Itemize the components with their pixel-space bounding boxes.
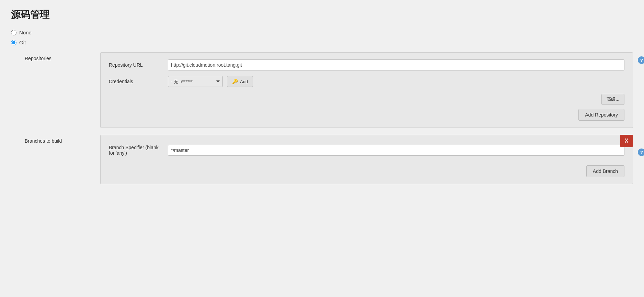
repo-url-input[interactable] bbox=[168, 59, 624, 70]
branch-specifier-label: Branch Specifier (blank for 'any') bbox=[109, 145, 164, 156]
delete-branch-button[interactable]: X bbox=[620, 135, 633, 147]
radio-none-label: None bbox=[19, 30, 32, 35]
credentials-label: Credentials bbox=[109, 79, 164, 84]
branch-specifier-row: Branch Specifier (blank for 'any') bbox=[109, 145, 624, 156]
branches-label: Branches to build bbox=[25, 135, 100, 144]
branches-section-row: Branches to build X Branch Specifier (bl… bbox=[11, 135, 633, 184]
repositories-section-row: Repositories Repository URL Credentials … bbox=[11, 52, 633, 128]
branch-actions: Add Branch bbox=[109, 161, 624, 177]
scm-radio-group: None Git bbox=[11, 30, 633, 45]
page-title: 源码管理 bbox=[11, 8, 633, 21]
repo-url-row: Repository URL bbox=[109, 59, 624, 70]
add-credentials-label: Add bbox=[240, 79, 248, 84]
repositories-content-wrapper: Repository URL Credentials - 无 -/****** … bbox=[100, 52, 633, 128]
branches-content: X Branch Specifier (blank for 'any') Add… bbox=[100, 135, 633, 184]
add-branch-button[interactable]: Add Branch bbox=[586, 165, 624, 177]
radio-git-label: Git bbox=[19, 40, 26, 45]
repositories-help-icon[interactable]: ? bbox=[638, 56, 644, 64]
add-repository-button[interactable]: Add Repository bbox=[578, 109, 624, 121]
radio-git-input[interactable] bbox=[11, 40, 16, 45]
repositories-content: Repository URL Credentials - 无 -/****** … bbox=[100, 52, 633, 128]
key-icon: 🔑 bbox=[232, 79, 238, 84]
repositories-label: Repositories bbox=[25, 52, 100, 61]
repo-url-label: Repository URL bbox=[109, 62, 164, 68]
branch-specifier-input[interactable] bbox=[168, 145, 624, 156]
radio-git[interactable]: Git bbox=[11, 40, 633, 45]
repo-add-actions: Add Repository bbox=[109, 105, 624, 121]
branches-help-icon[interactable]: ? bbox=[638, 148, 644, 156]
radio-none[interactable]: None bbox=[11, 30, 633, 35]
page: 源码管理 None Git Repositories Repository UR… bbox=[0, 0, 644, 297]
credentials-select[interactable]: - 无 -/****** bbox=[168, 76, 223, 87]
advanced-button[interactable]: 高级... bbox=[601, 94, 624, 105]
repo-actions: 高级... bbox=[109, 92, 624, 105]
radio-none-input[interactable] bbox=[11, 30, 16, 35]
add-credentials-button[interactable]: 🔑 Add bbox=[227, 76, 253, 87]
credentials-row: Credentials - 无 -/****** 🔑 Add bbox=[109, 76, 624, 87]
branches-content-wrapper: X Branch Specifier (blank for 'any') Add… bbox=[100, 135, 633, 184]
